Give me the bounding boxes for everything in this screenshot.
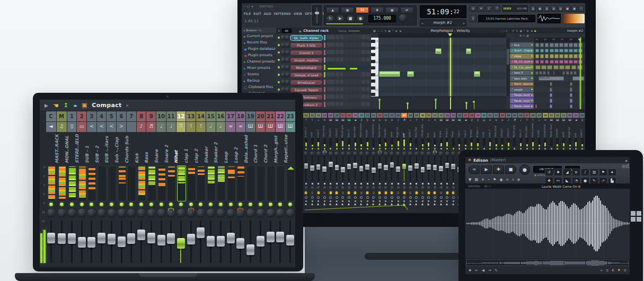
route-arrow-icon[interactable] <box>452 203 454 205</box>
fx-button[interactable]: ◢ <box>563 169 571 176</box>
enable-led[interactable] <box>139 203 143 206</box>
panel-toggle-button[interactable]: ▨ <box>558 5 563 12</box>
transport-top-button[interactable]: 32 <box>356 7 369 13</box>
rack-menu-icon[interactable]: ▾ <box>278 29 280 32</box>
pattern-clip[interactable] <box>569 60 573 64</box>
strip-number-cell[interactable]: 42 <box>493 113 499 118</box>
pan-knob[interactable] <box>68 209 76 217</box>
strip-number-cell[interactable]: 55 <box>573 113 579 118</box>
step-cell[interactable] <box>361 80 366 85</box>
route-arrow-icon[interactable] <box>434 203 436 205</box>
strip-led[interactable] <box>422 148 424 150</box>
transport-top-button[interactable]: ▦ <box>341 7 354 13</box>
step-cell[interactable] <box>336 50 340 55</box>
pan-knob[interactable] <box>187 209 195 217</box>
strip-knob[interactable] <box>365 152 369 156</box>
strip-number-cell[interactable]: 41 <box>487 113 493 118</box>
channel-mute-led[interactable] <box>278 51 280 54</box>
pattern-clip[interactable] <box>543 71 546 75</box>
volume-fader[interactable] <box>177 238 185 249</box>
mixer-strip[interactable]: 21▯morph <box>364 109 370 213</box>
volume-fader[interactable] <box>227 233 235 243</box>
pan-knob[interactable] <box>118 209 126 217</box>
channel-color-chip[interactable] <box>324 57 325 63</box>
panel-toggle-button[interactable]: ▣ <box>571 5 577 12</box>
strip-knob2[interactable] <box>415 186 418 189</box>
step-cell[interactable] <box>357 35 361 40</box>
strip-number-cell[interactable]: 12 <box>310 113 315 118</box>
volume-fader[interactable] <box>118 236 126 247</box>
volume-fader[interactable] <box>157 235 165 245</box>
mixer-strip[interactable]: 27♬pad <box>401 109 408 213</box>
strip-led[interactable] <box>428 148 429 150</box>
strip-number-cell[interactable]: 38 <box>469 113 475 118</box>
channel-button[interactable]: Crunch 1 <box>290 50 323 56</box>
strip-led[interactable] <box>465 148 466 150</box>
pattern-clip[interactable] <box>570 99 572 103</box>
step-cell[interactable] <box>349 50 353 55</box>
step-cell[interactable] <box>327 102 331 107</box>
velocity-cap[interactable] <box>435 99 437 101</box>
volume-fader[interactable] <box>68 233 76 244</box>
pattern-clip[interactable] <box>554 54 559 58</box>
strip-fader[interactable] <box>421 167 425 172</box>
track-header[interactable]: ♪Panze..level <box>510 93 534 98</box>
strip-led[interactable] <box>532 148 534 150</box>
panel-toggle-button[interactable]: ▧ <box>551 5 557 12</box>
mixer-strip[interactable]: 35ШHihat <box>450 109 456 213</box>
track-header[interactable]: ♪DL_Co..rumt <box>510 59 534 65</box>
piano-roll-tool-icon[interactable]: ⌐ <box>377 29 380 32</box>
enable-led[interactable] <box>149 203 153 206</box>
mixer-strip[interactable]: 22▭morpheline <box>370 109 377 213</box>
pattern-clip[interactable] <box>554 49 559 53</box>
step-cell[interactable] <box>331 57 335 63</box>
pattern-clip[interactable] <box>550 93 552 98</box>
step-cell[interactable] <box>340 94 344 100</box>
mixer-strip[interactable]: 14≈Dela shad <box>321 109 328 213</box>
edison-tool-icon[interactable]: ◉ <box>499 178 502 182</box>
enable-led[interactable] <box>189 203 193 206</box>
strip-knob[interactable] <box>402 152 407 156</box>
step-cell[interactable] <box>327 72 331 77</box>
route-arrow-icon[interactable] <box>366 203 368 205</box>
pattern-clip[interactable] <box>550 43 554 47</box>
pattern-clip[interactable] <box>572 76 584 81</box>
fx-button[interactable]: ✚ <box>554 169 562 176</box>
channel-mute-led[interactable] <box>278 59 280 61</box>
piano-roll-tool-icon[interactable]: ✎ <box>384 29 386 32</box>
volume-fader[interactable] <box>78 237 86 248</box>
track-led[interactable] <box>531 83 533 85</box>
strip-knob[interactable] <box>427 152 431 156</box>
step-cell[interactable] <box>366 72 370 77</box>
strip-knob2[interactable] <box>434 186 436 189</box>
strip-knob2[interactable] <box>421 186 424 189</box>
menu-add[interactable]: ADD <box>264 12 271 15</box>
channel-mute-led[interactable] <box>278 74 280 76</box>
record-button[interactable]: ● <box>519 164 530 175</box>
strip-ring[interactable] <box>403 196 405 199</box>
window-button[interactable]: ‒ <box>244 5 245 8</box>
step-cell[interactable] <box>344 50 348 55</box>
record-button[interactable]: ● <box>356 15 365 22</box>
strip-number-cell[interactable]: 18 <box>346 113 352 118</box>
fx-lamp[interactable] <box>378 191 381 194</box>
loop-button[interactable]: ∞ <box>469 165 480 174</box>
strip-led[interactable] <box>305 148 307 150</box>
track-header[interactable]: ♪Panze..level <box>510 104 534 109</box>
pattern-next-icon[interactable]: ▸ <box>463 20 465 27</box>
strip-knob[interactable] <box>433 152 437 156</box>
strip-ring[interactable] <box>341 196 344 199</box>
strip-knob[interactable] <box>322 152 327 156</box>
fx-lamp[interactable] <box>330 191 332 194</box>
pattern-clip[interactable] <box>559 43 563 47</box>
pattern-clip[interactable] <box>559 49 563 53</box>
edison-tool-icon[interactable]: ⊕ <box>517 178 521 182</box>
pattern-clip[interactable] <box>535 65 541 69</box>
strip-number-cell[interactable]: 39 <box>475 113 481 118</box>
strip-led[interactable] <box>581 148 583 150</box>
browser-back-icon[interactable]: ◂ <box>243 29 245 32</box>
transport-nav-icon[interactable]: ⇥ <box>488 268 491 273</box>
strip-knob[interactable] <box>384 152 388 156</box>
velocity-cap[interactable] <box>407 102 409 104</box>
pattern-clip[interactable] <box>564 60 568 64</box>
